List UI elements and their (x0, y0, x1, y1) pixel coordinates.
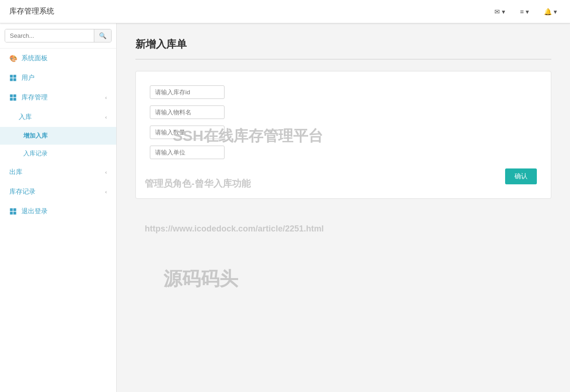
page-title: 新增入库单 (135, 37, 551, 60)
search-wrapper: 🔍 (5, 29, 112, 42)
sidebar: 🔍 🎨 系统面板 用户 (0, 23, 117, 392)
email-menu-btn[interactable]: ✉ ▾ (491, 6, 509, 17)
dashboard-icon: 🎨 (9, 55, 17, 62)
sidebar-item-inventory[interactable]: 库存管理 ‹ (0, 88, 116, 107)
sidebar-item-dashboard-label: 系统面板 (21, 54, 48, 63)
bars-icon: ≡ (520, 8, 524, 15)
instock-arrow: ‹ (105, 114, 107, 120)
field-storage-id (150, 85, 537, 99)
bell-icon: 🔔 (544, 8, 552, 15)
search-icon: 🔍 (99, 32, 106, 39)
svg-rect-11 (14, 212, 16, 215)
confirm-button[interactable]: 确认 (505, 168, 537, 184)
instock-label: 入库 (19, 113, 32, 121)
svg-rect-6 (10, 98, 13, 101)
inventory-arrow: ‹ (105, 95, 107, 100)
envelope-icon: ✉ (494, 8, 500, 15)
logout-icon (9, 208, 17, 215)
navbar: 库存管理系统 ✉ ▾ ≡ ▾ 🔔 ▾ (0, 0, 570, 23)
stock-record-label: 库存记录 (9, 188, 35, 196)
navbar-right: ✉ ▾ ≡ ▾ 🔔 ▾ (491, 6, 561, 17)
sidebar-item-users[interactable]: 用户 (0, 68, 116, 88)
svg-rect-2 (10, 78, 13, 81)
grid-menu-btn[interactable]: ≡ ▾ (516, 6, 533, 17)
form-actions: 确认 (150, 168, 537, 184)
in-record-label: 入库记录 (23, 150, 48, 157)
sidebar-sub-item-in-record[interactable]: 入库记录 (0, 145, 116, 162)
field-material-name (150, 105, 537, 119)
svg-rect-9 (14, 208, 16, 211)
email-dropdown-arrow: ▾ (502, 8, 505, 15)
sidebar-item-logout[interactable]: 退出登录 (0, 202, 116, 221)
input-unit[interactable] (150, 146, 225, 159)
search-button[interactable]: 🔍 (94, 29, 111, 42)
sidebar-item-users-label: 用户 (21, 74, 35, 82)
input-material-name[interactable] (150, 105, 225, 119)
form-card: 确认 (135, 71, 551, 199)
input-storage-id[interactable] (150, 85, 225, 99)
svg-rect-3 (14, 78, 16, 81)
sidebar-item-instock[interactable]: 入库 ‹ (0, 107, 116, 127)
layout: 🔍 🎨 系统面板 用户 (0, 23, 570, 392)
inventory-icon (9, 94, 17, 101)
sidebar-item-stock-record[interactable]: 库存记录 ‹ (0, 182, 116, 202)
search-area: 🔍 (0, 23, 116, 49)
main-content: 新增入库单 确认 SSH在线库存管理平台 管理员角色-曾华入库功能 源码码头 h (117, 23, 570, 392)
svg-rect-0 (10, 75, 13, 77)
sidebar-item-inventory-label: 库存管理 (21, 93, 48, 102)
svg-rect-5 (14, 94, 16, 97)
bell-menu-btn[interactable]: 🔔 ▾ (540, 6, 561, 17)
bell-dropdown-arrow: ▾ (554, 8, 557, 15)
svg-rect-4 (10, 94, 13, 97)
stock-record-arrow: ‹ (105, 189, 107, 195)
users-icon (9, 74, 17, 82)
app-title: 库存管理系统 (9, 7, 54, 16)
svg-rect-7 (14, 98, 16, 101)
watermark-line3: https://www.icodedock.com/article/2251.h… (145, 224, 324, 234)
svg-rect-10 (10, 212, 13, 215)
svg-rect-1 (14, 75, 16, 77)
watermark-line4: 源码码头 (163, 266, 238, 292)
svg-rect-8 (10, 208, 13, 211)
outstock-arrow: ‹ (105, 169, 107, 175)
search-input[interactable] (5, 29, 94, 42)
field-unit (150, 146, 537, 159)
sidebar-nav: 🎨 系统面板 用户 库存管理 (0, 49, 116, 221)
sidebar-item-outstock[interactable]: 出库 ‹ (0, 162, 116, 182)
add-in-label: 增加入库 (23, 132, 48, 139)
sidebar-item-dashboard[interactable]: 🎨 系统面板 (0, 49, 116, 68)
input-quantity[interactable] (150, 126, 225, 139)
sidebar-sub-item-add-in[interactable]: 增加入库 (0, 127, 116, 145)
outstock-label: 出库 (9, 168, 22, 176)
grid-dropdown-arrow: ▾ (526, 8, 529, 15)
field-quantity (150, 126, 537, 139)
sidebar-sub-instock: 入库 ‹ 增加入库 入库记录 (0, 107, 116, 162)
sidebar-item-logout-label: 退出登录 (21, 207, 48, 216)
